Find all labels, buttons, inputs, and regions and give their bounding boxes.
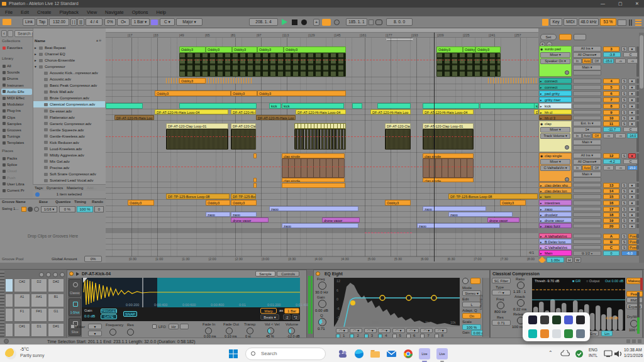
clip-oddity3[interactable]: Oddity3 bbox=[206, 200, 230, 206]
sidebar-item-samples[interactable]: Samples bbox=[1, 121, 32, 127]
clip-oddity[interactable]: Oddity bbox=[463, 47, 475, 53]
track-clap-single-device-select[interactable]: Mixer ▾ bbox=[540, 159, 570, 165]
track-surdo-pad-solo[interactable]: S bbox=[621, 47, 627, 52]
track-clap-freeze-icon[interactable] bbox=[565, 145, 569, 150]
track-main-name[interactable]: ▸Main bbox=[539, 250, 572, 256]
clip-clap-single[interactable]: clap single bbox=[282, 178, 345, 182]
eq8-band-6-shape[interactable]: ◠ ▾ bbox=[406, 328, 419, 333]
clip[interactable] bbox=[253, 183, 257, 188]
track-c-valhallavint-name[interactable]: ▸C ValhallaVint bbox=[539, 244, 572, 250]
track-surdo-pad-send-2[interactable]: -∞ bbox=[627, 58, 638, 63]
eq8-band-1-shape[interactable]: ◠ ▾ bbox=[336, 328, 348, 333]
clip[interactable] bbox=[231, 129, 256, 150]
track-surdo-pad-output-route[interactable]: Main ▾ bbox=[573, 65, 601, 70]
groove-refresh-icon[interactable] bbox=[34, 207, 39, 212]
draw-mode-button[interactable] bbox=[559, 34, 572, 40]
browser-item-basic-peak-compressor-adv[interactable]: Basic Peak Compressor.adv bbox=[33, 82, 105, 89]
stop-button[interactable] bbox=[292, 19, 297, 25]
clip-clap-single[interactable]: clap single bbox=[423, 178, 474, 182]
track-clap-delay-sho-solo[interactable]: S bbox=[621, 183, 627, 188]
track-zapp-route[interactable] bbox=[573, 207, 601, 211]
drum-pad-partial[interactable] bbox=[5, 278, 13, 292]
clip-df-tp-125-bonus-loop-08[interactable]: DF-TP-125-Bonus Loop-08 bbox=[166, 194, 230, 199]
track-c-valhallavint-route[interactable] bbox=[573, 245, 601, 250]
track-clap-channel-select[interactable]: 1▾ bbox=[573, 127, 601, 133]
track-zapp-fuzz-solo[interactable]: S bbox=[621, 224, 627, 229]
clip[interactable] bbox=[294, 123, 346, 129]
track-hh-cl-3-arm[interactable]: ● bbox=[628, 116, 636, 121]
simpler-hz-button[interactable]: Hz bbox=[169, 324, 179, 329]
lane-b-delay-long[interactable] bbox=[106, 239, 538, 244]
tray-app-icon-2[interactable] bbox=[552, 315, 561, 324]
record-button[interactable] bbox=[301, 19, 307, 25]
track-drone-vapor-name[interactable]: ▸drone vapor bbox=[539, 217, 572, 222]
browser-item-classical-compression-adv[interactable]: Classical Compression.adv bbox=[33, 101, 105, 107]
track-b-delay-long-solo[interactable]: S bbox=[621, 239, 627, 244]
tempo-value[interactable]: 132.00 bbox=[49, 18, 69, 26]
track-clap-send-1[interactable]: -∞ bbox=[615, 133, 626, 138]
compressor-scfilter-button[interactable]: SC Filter bbox=[492, 278, 511, 283]
track-clap-single-monitor-auto[interactable]: Auto bbox=[582, 165, 591, 170]
loop-start[interactable]: 185. 1. 1 bbox=[346, 18, 367, 26]
track-b-delay-long-route[interactable] bbox=[573, 239, 601, 244]
sort-icon[interactable]: ▲⊖ bbox=[96, 38, 101, 42]
clip-oddity3[interactable]: Oddity3 bbox=[500, 200, 526, 206]
drum-pad-b1[interactable]: B1 bbox=[48, 293, 64, 307]
sidebar-item-audioeffe[interactable]: Audio Effe bbox=[1, 89, 32, 95]
zoom-width-button[interactable]: W bbox=[574, 257, 581, 263]
track-main-route[interactable]: ⧉ 1/2 ▾ bbox=[573, 251, 601, 256]
track-hh-cl-arm[interactable]: ● bbox=[628, 110, 636, 115]
collapse-icon[interactable]: ▸ bbox=[540, 189, 542, 193]
simpler-knob-volvel[interactable] bbox=[267, 327, 274, 334]
simpler-gate-button[interactable]: GATE bbox=[101, 314, 117, 319]
track-clap-extra-box[interactable] bbox=[573, 145, 601, 150]
eq8-scale-value[interactable]: 100 % bbox=[462, 324, 481, 330]
track-clap-monitor-in[interactable]: In bbox=[573, 133, 582, 138]
track-drone-vapor-route[interactable] bbox=[573, 218, 601, 222]
compressor-gr-toggle[interactable]: ■ GR bbox=[572, 279, 580, 283]
track-connect-arm[interactable]: ● bbox=[628, 79, 636, 84]
collapse-icon[interactable]: ▸ bbox=[540, 251, 542, 256]
minimize-icon[interactable]: — bbox=[601, 0, 605, 8]
clip[interactable] bbox=[206, 78, 253, 84]
track-connect-arm[interactable]: ● bbox=[628, 85, 636, 90]
track-hh-cl-3-activator[interactable]: 10 bbox=[603, 116, 619, 121]
browser-item-generic-compressor-adv[interactable]: Generic Compressor.adv bbox=[33, 121, 105, 127]
track-gritty-riser-activator[interactable]: 7 bbox=[603, 97, 619, 102]
weather-icon[interactable] bbox=[5, 348, 16, 359]
draw-mode-icon[interactable] bbox=[369, 19, 374, 25]
sidebar-item-modulator[interactable]: Modulator bbox=[1, 101, 32, 107]
clip[interactable] bbox=[282, 158, 345, 178]
track-clap-delay-lon-name[interactable]: ▸clap delay lon bbox=[539, 188, 572, 193]
track-tom-activator[interactable]: 15 bbox=[603, 194, 619, 199]
track-clap-send-2[interactable]: -14.0 bbox=[627, 133, 638, 138]
clip-zapp[interactable]: zapp bbox=[231, 212, 257, 217]
track-clap-param-select[interactable]: Track Volume ▾ bbox=[540, 133, 570, 139]
taskbar-live2-icon[interactable]: Live bbox=[436, 348, 448, 359]
track-surdo-pad-arm[interactable]: ● bbox=[628, 47, 636, 52]
track-pad-gritty-name[interactable]: ▸pad gritty bbox=[539, 90, 572, 96]
clip[interactable] bbox=[423, 158, 474, 178]
track-clap-delay-sho-activator[interactable]: 13 bbox=[603, 183, 619, 188]
track-clap-input-route[interactable]: Ext. In ▾ bbox=[573, 121, 601, 126]
track-b-delay-long-name[interactable]: ▸B Delay long bbox=[539, 239, 572, 244]
set-button[interactable]: Set bbox=[540, 34, 557, 40]
tray-app-icon-8[interactable] bbox=[564, 329, 573, 338]
clip-zapp[interactable]: zapp bbox=[206, 212, 230, 217]
track-surdo-pad-pan[interactable]: C bbox=[623, 52, 638, 57]
clip-df-at-120-hi-h[interactable]: DF-AT-120-Hi-H bbox=[231, 109, 256, 114]
clip[interactable] bbox=[253, 153, 257, 158]
browser-item-beat-repeat[interactable]: ▸Beat Repeat bbox=[33, 45, 105, 51]
quantize-button[interactable]: O• bbox=[117, 18, 130, 26]
track-dropletz-solo[interactable]: S bbox=[621, 212, 627, 217]
sidebar-item-currentpr[interactable]: Current Pr bbox=[1, 187, 32, 194]
track-clap-single-param-select[interactable]: C-ValhallaVin ▾ bbox=[540, 165, 570, 171]
loop-icon[interactable] bbox=[375, 19, 382, 25]
lane-clap-delay-lon[interactable] bbox=[106, 188, 538, 194]
browser-item-de-esser-adv[interactable]: De-esser.adv bbox=[33, 108, 105, 114]
collapse-icon[interactable]: ▸ bbox=[540, 239, 542, 244]
groove-timing-value[interactable]: 100 % bbox=[77, 206, 93, 212]
eq8-band-2-shape[interactable]: ◠ ▾ bbox=[350, 328, 362, 333]
drum-pad-fs1[interactable]: F#1 bbox=[31, 308, 47, 322]
track-hh-cl-solo[interactable]: S bbox=[621, 110, 627, 115]
